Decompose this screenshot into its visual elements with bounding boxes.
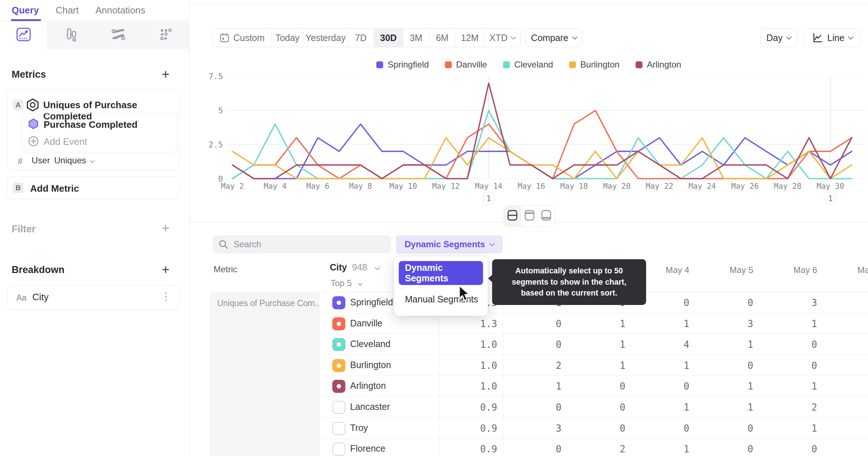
kebab-menu-icon[interactable]: ⋮ bbox=[161, 292, 171, 302]
segment-checkbox[interactable] bbox=[332, 359, 345, 372]
add-breakdown-plus-button[interactable]: + bbox=[159, 264, 172, 276]
range-3m[interactable]: 3M bbox=[403, 29, 429, 47]
layout-table-only-button[interactable] bbox=[538, 206, 555, 226]
x-axis-tick: May 22 bbox=[646, 182, 673, 191]
segment-name: Troy bbox=[350, 423, 368, 433]
segment-checkbox[interactable] bbox=[332, 422, 345, 435]
annotation-badge[interactable]: 1 bbox=[825, 192, 836, 204]
range-today[interactable]: Today bbox=[272, 29, 304, 47]
cell-value: 0 bbox=[567, 423, 625, 434]
cell-value: 1 bbox=[567, 318, 625, 329]
cell-value: 0 bbox=[631, 423, 689, 434]
chart-type-flow-button[interactable] bbox=[95, 21, 143, 49]
table-row[interactable]: Lancaster0.900112 bbox=[320, 397, 868, 418]
cell-value: 0 bbox=[759, 339, 817, 350]
cell-value: 1 bbox=[695, 381, 753, 392]
bottom-pane-icon bbox=[540, 209, 552, 223]
cell-value: 2 bbox=[503, 360, 561, 371]
table-row[interactable]: Cleveland1.001410 bbox=[320, 334, 868, 355]
tab-annotations[interactable]: Annotations bbox=[96, 0, 145, 21]
compare-button[interactable]: Compare bbox=[526, 28, 582, 47]
table-row[interactable]: Troy0.930001 bbox=[320, 418, 868, 439]
range-6m[interactable]: 6M bbox=[429, 29, 455, 47]
segment-average: 1.0 bbox=[439, 381, 497, 392]
segment-name: Florence bbox=[350, 443, 385, 454]
cell-value: 4 bbox=[631, 339, 689, 350]
cell-value: 0 bbox=[695, 444, 753, 455]
cell-value: 1 bbox=[759, 423, 817, 434]
layout-split-view-button[interactable] bbox=[504, 206, 521, 226]
range-yesterday[interactable]: Yesterday bbox=[304, 29, 348, 47]
segment-checkbox[interactable] bbox=[332, 317, 345, 330]
range-xtd[interactable]: XTD bbox=[484, 29, 520, 47]
layout-chart-only-button[interactable] bbox=[521, 206, 538, 226]
metric-card-b[interactable]: B Add Metric bbox=[7, 176, 179, 199]
menu-item-manual-segments[interactable]: Manual Segments bbox=[399, 287, 483, 311]
cell-value: 1 bbox=[759, 318, 817, 329]
cell-value: 1 bbox=[567, 339, 625, 350]
app-window: Query Chart Annotations bbox=[0, 0, 868, 456]
x-axis-tick: May 18 bbox=[560, 182, 588, 191]
add-metric-plus-button[interactable]: + bbox=[159, 68, 172, 81]
segment-checkbox[interactable] bbox=[332, 296, 345, 309]
top-n-selector[interactable]: Top 5 bbox=[330, 278, 362, 288]
add-filter-plus-button[interactable]: + bbox=[159, 222, 172, 235]
table-row[interactable]: Danville1.301131 bbox=[320, 313, 868, 334]
cell-value: 3 bbox=[695, 318, 753, 329]
measure-type-selector[interactable]: Uniques bbox=[54, 155, 94, 166]
segment-mode-button[interactable]: Dynamic Segments bbox=[396, 235, 503, 253]
table-row[interactable]: Burlington1.021100 bbox=[320, 355, 868, 376]
measure-hash-icon: # bbox=[18, 156, 23, 166]
range-custom[interactable]: Custom bbox=[213, 29, 272, 47]
group-column-header[interactable]: City 948 bbox=[330, 262, 380, 273]
segment-checkbox[interactable] bbox=[332, 338, 345, 351]
scatter-chart-icon bbox=[158, 26, 174, 44]
sidebar-tabbar: Query Chart Annotations bbox=[0, 0, 190, 21]
x-axis-tick: May 16 bbox=[518, 182, 545, 191]
segment-name: Cleveland bbox=[350, 339, 390, 349]
search-input[interactable] bbox=[234, 239, 385, 249]
chart-type-bar-button[interactable] bbox=[48, 21, 95, 49]
cell-value: 0 bbox=[695, 297, 753, 308]
chevron-down-icon bbox=[786, 34, 792, 40]
segment-checkbox[interactable] bbox=[332, 443, 345, 456]
measure-user-selector[interactable]: User bbox=[32, 155, 50, 166]
checkbox-dot bbox=[337, 322, 341, 326]
range-30d[interactable]: 30D bbox=[374, 29, 403, 47]
add-event-button[interactable]: Add Event bbox=[44, 136, 87, 147]
cell-value: 1 bbox=[631, 318, 689, 329]
purchase-completed-hexagon-icon bbox=[28, 118, 39, 131]
granularity-button[interactable]: Day bbox=[760, 28, 797, 47]
x-axis-tick: May 2 bbox=[221, 182, 244, 191]
chart-type-line-button[interactable] bbox=[0, 21, 48, 49]
chart-style-button[interactable]: Line bbox=[803, 28, 861, 47]
property-type-icon: Aa bbox=[16, 293, 27, 303]
range-12m[interactable]: 12M bbox=[455, 29, 484, 47]
menu-item-dynamic-segments[interactable]: Dynamic Segments bbox=[399, 261, 483, 285]
metric-a-badge: A bbox=[13, 99, 24, 110]
segment-average: 1.0 bbox=[439, 360, 497, 371]
cell-value: 2 bbox=[759, 402, 817, 413]
cell-value: 1 bbox=[503, 381, 561, 392]
segment-checkbox[interactable] bbox=[332, 401, 345, 414]
chevron-down-icon bbox=[572, 34, 578, 40]
chart-type-scatter-button[interactable] bbox=[142, 21, 190, 49]
chevron-down-icon bbox=[848, 34, 854, 40]
event-name[interactable]: Purchase Completed bbox=[44, 119, 138, 130]
date-column-header: May 6 bbox=[759, 265, 817, 276]
panel-top-border bbox=[190, 4, 868, 4]
cell-value: 0 bbox=[503, 339, 561, 350]
annotation-badge[interactable]: 1 bbox=[483, 192, 494, 204]
table-row[interactable]: Florence0.902100 bbox=[320, 439, 868, 456]
segment-checkbox[interactable] bbox=[332, 380, 345, 393]
tab-chart[interactable]: Chart bbox=[56, 0, 79, 21]
tab-query[interactable]: Query bbox=[12, 0, 39, 21]
cell-value: 0 bbox=[503, 402, 561, 413]
table-row[interactable]: Arlington1.010011 bbox=[320, 376, 868, 397]
metric-card-a: A Uniques of Purchase Completed Purchase… bbox=[7, 89, 179, 170]
breakdown-property-name: City bbox=[32, 292, 49, 303]
metric-b-badge: B bbox=[13, 182, 24, 193]
cell-value: 1 bbox=[631, 444, 689, 455]
breakdown-city-card[interactable]: Aa City ⋮ bbox=[7, 285, 179, 310]
range-7d[interactable]: 7D bbox=[348, 29, 374, 47]
